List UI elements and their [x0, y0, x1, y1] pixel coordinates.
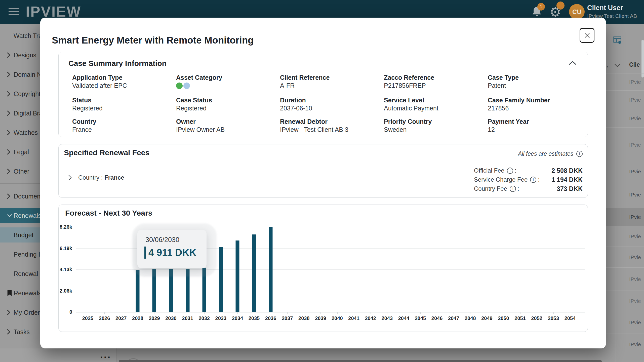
- close-button[interactable]: [580, 28, 594, 43]
- field-value: A-FR: [280, 82, 384, 90]
- x-axis-tick: [337, 312, 338, 314]
- sidebar-item-label: Tasks: [14, 328, 30, 336]
- sidebar-item-label: Renewal I: [14, 270, 42, 277]
- table-settings-icon[interactable]: [613, 36, 621, 45]
- case-field-priority-country: Priority CountrySweden: [384, 117, 488, 134]
- table-row[interactable]: IPvie: [602, 127, 644, 162]
- case-field-renewal-debtor: Renewal DebtorIPview - Test Client AB 3: [280, 117, 384, 134]
- x-axis-tick-label: 2033: [215, 315, 227, 321]
- x-axis-tick-label: 2032: [198, 315, 210, 321]
- hamburger-menu-icon[interactable]: [9, 8, 19, 15]
- x-axis-tick: [204, 312, 205, 314]
- x-axis-tick-label: 2050: [498, 315, 509, 321]
- table-row[interactable]: IPvie: [602, 73, 644, 91]
- background-table: .. Clie IPvieIPvieIPvieIPvieIPvieIPvieIP…: [602, 24, 644, 362]
- fee-label: Country Feei:: [474, 185, 519, 192]
- bar-2033[interactable]: [219, 247, 223, 312]
- table-row[interactable]: IPvie: [602, 226, 644, 247]
- table-cell-client: IPvie: [629, 79, 641, 85]
- x-axis-tick: [553, 312, 554, 314]
- sidebar-item-label: Renewals: [14, 290, 41, 297]
- x-axis-tick: [487, 312, 487, 314]
- table-row[interactable]: IPvie: [602, 267, 644, 291]
- x-axis-tick: [104, 312, 105, 314]
- table-cell-client: IPvie: [629, 192, 641, 198]
- table-header-chevron-down-icon[interactable]: [614, 63, 621, 67]
- country-row-value: France: [104, 174, 124, 181]
- fees-note: All fees are estimates i: [518, 150, 583, 157]
- info-icon[interactable]: i: [507, 168, 513, 174]
- field-label: Service Level: [384, 96, 488, 104]
- case-summary-card: Case Summary Information Application Typ…: [58, 52, 588, 137]
- x-axis-tick: [237, 312, 238, 314]
- table-cell-client: IPvie: [629, 233, 641, 239]
- bar-2028[interactable]: [136, 270, 140, 312]
- bar-2034[interactable]: [235, 240, 239, 312]
- avatar[interactable]: CU: [569, 4, 585, 20]
- field-label: Case Status: [176, 96, 280, 104]
- x-axis-tick-label: 2025: [82, 315, 94, 321]
- field-label: Asset Category: [176, 73, 280, 82]
- x-axis-tick: [320, 312, 321, 314]
- case-detail-modal: Smart Energy Meter with Remote Monitorin…: [40, 18, 606, 348]
- x-axis-tick-label: 2031: [182, 315, 193, 321]
- y-axis-tick-label: 6.19k: [53, 245, 72, 251]
- table-row[interactable]: IPvie: [602, 334, 644, 355]
- x-axis-tick-label: 2030: [165, 315, 177, 321]
- country-row-label: Country : France: [78, 174, 124, 181]
- country-expand-row[interactable]: Country : France: [68, 174, 124, 181]
- vertical-scrollbar[interactable]: [641, 40, 644, 77]
- table-row[interactable]: IPvie: [602, 291, 644, 311]
- bookmark-icon: [7, 290, 12, 296]
- x-axis-tick-label: 2044: [398, 315, 410, 321]
- fee-label: Official Feei:: [474, 167, 516, 174]
- sidebar-item-label: Digital Bra: [14, 110, 43, 117]
- tooltip-value: 4 911 DKK: [148, 247, 196, 258]
- fee-value: 373 DKK: [557, 185, 583, 192]
- field-value: Automatic Payment: [384, 104, 488, 112]
- table-row[interactable]: IPvie: [602, 109, 644, 128]
- x-axis-tick: [121, 312, 121, 314]
- chevron-right-icon: [7, 91, 11, 97]
- info-icon[interactable]: i: [576, 151, 583, 157]
- table-row[interactable]: IPvie: [602, 311, 644, 334]
- sidebar-overflow-ellipsis[interactable]: ...: [100, 350, 111, 360]
- field-value: P217856FREP: [384, 82, 488, 90]
- table-cell-client: IPvie: [629, 298, 641, 304]
- sidebar-item-label: Pending I: [14, 251, 40, 258]
- x-axis-tick: [470, 312, 470, 314]
- horizontal-scrollbar[interactable]: [119, 360, 602, 362]
- x-axis-tick: [420, 312, 421, 314]
- x-axis-tick: [287, 312, 288, 314]
- sidebar-item-label: Designs: [14, 52, 36, 59]
- table-row[interactable]: IPvie: [602, 162, 644, 181]
- user-name: Client User: [587, 4, 623, 12]
- sidebar-item-label: Watches: [14, 129, 38, 136]
- tooltip-value-row: 4 911 DKK: [144, 247, 196, 259]
- chevron-right-icon: [68, 175, 72, 181]
- table-row[interactable]: IPvie: [602, 181, 644, 208]
- settings-button[interactable]: ⚙: [549, 5, 564, 20]
- collapse-chevron-up-icon[interactable]: [569, 61, 577, 65]
- case-field-asset-category: Asset Category: [176, 73, 280, 91]
- field-label: Client Reference: [280, 73, 384, 82]
- x-axis-tick-label: 2045: [415, 315, 426, 321]
- table-row[interactable]: IPvie: [602, 247, 644, 268]
- bar-2036[interactable]: [269, 227, 273, 312]
- sidebar-item-label: My Order: [14, 309, 40, 316]
- chevron-right-icon: [7, 110, 11, 116]
- field-label: Payment Year: [488, 117, 592, 126]
- table-column-header[interactable]: Clie: [629, 61, 640, 68]
- table-row[interactable]: IPvie: [602, 90, 644, 109]
- table-row[interactable]: IPvie: [602, 208, 644, 226]
- case-field-service-level: Service LevelAutomatic Payment: [384, 96, 488, 112]
- info-icon[interactable]: i: [530, 177, 536, 183]
- chevron-right-icon: [7, 52, 11, 58]
- case-field-country: CountryFrance: [72, 117, 176, 134]
- info-icon[interactable]: i: [510, 186, 516, 192]
- field-label: Renewal Debtor: [280, 117, 384, 126]
- x-axis-tick: [354, 312, 354, 314]
- y-axis-tick-label: 2.06k: [53, 288, 72, 294]
- case-summary-grid: Application TypeValidated after EPCAsset…: [72, 73, 592, 134]
- bar-2035[interactable]: [252, 234, 256, 312]
